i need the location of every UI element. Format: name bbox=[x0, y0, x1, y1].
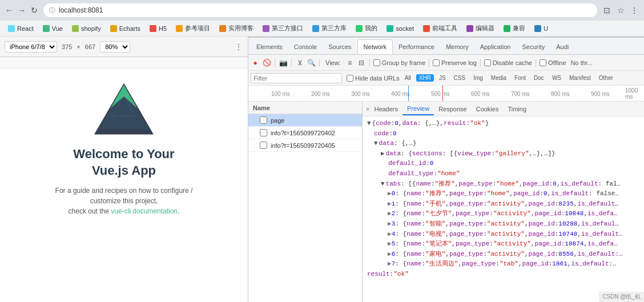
tab-security[interactable]: Security bbox=[516, 39, 550, 54]
vue-cli-link[interactable]: vue-cli documentation bbox=[111, 207, 178, 215]
bookmark-h5[interactable]: H5 bbox=[146, 24, 170, 33]
bookmark-third-lib[interactable]: 第三方库 bbox=[309, 23, 350, 34]
json-expand-tab1[interactable]: ▶ bbox=[388, 199, 392, 210]
vue-subtitle: For a guide and recipes on how to config… bbox=[55, 186, 193, 216]
filter-media[interactable]: Media bbox=[488, 74, 509, 82]
lock-icon: ⓘ bbox=[49, 6, 55, 15]
tab-elements[interactable]: Elements bbox=[251, 39, 288, 54]
refresh-button[interactable]: ↻ bbox=[30, 6, 39, 15]
bookmark-echarts[interactable]: Echarts bbox=[107, 24, 144, 33]
json-toggle-data[interactable]: ▼ bbox=[374, 139, 378, 149]
forward-button[interactable]: → bbox=[17, 6, 26, 15]
bookmark-label-blog: 实用博客 bbox=[228, 24, 253, 33]
device-more-button[interactable]: ⋮ bbox=[234, 42, 243, 51]
group-by-frame-checkbox[interactable]: Group by frame bbox=[373, 59, 425, 66]
search-button[interactable]: 🔍 bbox=[307, 58, 316, 67]
list-view-button[interactable]: ≡ bbox=[345, 58, 355, 67]
tab-console[interactable]: Console bbox=[288, 39, 323, 54]
zoom-selector[interactable]: 80% bbox=[100, 41, 130, 53]
filter-font[interactable]: Font bbox=[512, 74, 529, 82]
hide-data-urls-checkbox[interactable]: Hide data URLs bbox=[347, 75, 400, 82]
request-checkbox-page[interactable] bbox=[260, 116, 267, 124]
bookmark-u[interactable]: U bbox=[531, 24, 552, 33]
bookmark-label-u: U bbox=[544, 25, 548, 32]
camera-button[interactable]: 📷 bbox=[279, 58, 288, 67]
request-item-info2[interactable]: info?t=1565099720405 bbox=[248, 139, 362, 152]
response-tab-response[interactable]: Response bbox=[434, 103, 472, 115]
json-expand-tab5[interactable]: ▶ bbox=[388, 239, 392, 249]
address-bar[interactable]: ⓘ localhost:8081 bbox=[43, 3, 597, 17]
tab-audit[interactable]: Audi bbox=[550, 39, 574, 54]
filter-input[interactable] bbox=[251, 73, 342, 83]
bookmark-shopify[interactable]: shopify bbox=[69, 24, 104, 33]
request-checkbox-info1[interactable] bbox=[260, 129, 267, 136]
bookmark-react[interactable]: React bbox=[5, 24, 37, 33]
tick-300ms: 300 ms bbox=[351, 90, 370, 96]
response-tab-timing[interactable]: Timing bbox=[503, 103, 531, 115]
preserve-log-checkbox[interactable]: Preserve log bbox=[433, 59, 477, 66]
json-tab-5: ▶ 5 : { name : "笔记本" , page_type : "acti… bbox=[367, 239, 639, 249]
request-checkbox-info2[interactable] bbox=[260, 142, 267, 149]
json-expand-tab6[interactable]: ▶ bbox=[388, 249, 392, 260]
tick-900ms: 900 ms bbox=[591, 90, 610, 96]
filter-other[interactable]: Other bbox=[596, 74, 616, 82]
tab-memory[interactable]: Memory bbox=[440, 39, 474, 54]
response-tab-preview[interactable]: Preview bbox=[402, 103, 434, 115]
bookmark-label-echarts: Echarts bbox=[119, 25, 140, 32]
json-toggle-data-data[interactable]: ▶ bbox=[381, 149, 385, 159]
tab-sources[interactable]: Sources bbox=[323, 39, 357, 54]
ruler-area bbox=[0, 57, 248, 69]
tab-application[interactable]: Application bbox=[474, 39, 517, 54]
bookmark-label-tools: 前端工具 bbox=[432, 24, 457, 33]
filter-doc[interactable]: Doc bbox=[531, 74, 547, 82]
json-expand-tab2[interactable]: ▶ bbox=[388, 209, 392, 219]
response-tab-headers[interactable]: Headers bbox=[369, 103, 402, 115]
bookmark-button[interactable]: ☆ bbox=[615, 5, 626, 15]
filter-ws[interactable]: WS bbox=[549, 74, 564, 82]
request-item-info1[interactable]: info?t=1565099720402 bbox=[248, 127, 362, 139]
json-toggle-root[interactable]: ▼ bbox=[367, 119, 371, 129]
json-expand-tab3[interactable]: ▶ bbox=[388, 219, 392, 229]
separator-4 bbox=[369, 59, 370, 67]
json-expand-tab4[interactable]: ▶ bbox=[388, 229, 392, 240]
json-expand-tab7[interactable]: ▶ bbox=[388, 259, 392, 269]
tab-network[interactable]: Network bbox=[357, 39, 393, 54]
json-tab-3: ▶ 3 : { name : "智能" , page_type : "activ… bbox=[367, 219, 639, 229]
json-expand-tab0[interactable]: ▶ bbox=[388, 189, 392, 199]
bookmark-icon-ref bbox=[176, 25, 183, 32]
screenshot-button[interactable]: ⊡ bbox=[602, 5, 612, 15]
response-tab-cookies[interactable]: Cookies bbox=[472, 103, 504, 115]
bookmark-editor[interactable]: 编辑器 bbox=[463, 23, 498, 34]
bookmark-compat[interactable]: 兼容 bbox=[500, 23, 529, 34]
filter-manifest[interactable]: Manifest bbox=[566, 74, 594, 82]
bookmark-tools[interactable]: 前端工具 bbox=[420, 23, 461, 34]
bookmark-my[interactable]: 我的 bbox=[352, 23, 381, 34]
bookmark-vue[interactable]: Vue bbox=[39, 24, 66, 33]
bookmark-third-api[interactable]: 第三方接口 bbox=[259, 23, 307, 34]
bookmark-label-compat: 兼容 bbox=[513, 24, 525, 33]
record-button[interactable]: ● bbox=[251, 58, 260, 67]
back-button[interactable]: ← bbox=[5, 6, 14, 15]
bookmark-ref[interactable]: 参考项目 bbox=[172, 23, 214, 34]
timeline-red-marker bbox=[442, 86, 443, 101]
filter-img[interactable]: Img bbox=[470, 74, 486, 82]
device-selector[interactable]: iPhone 6/7/8 bbox=[5, 41, 57, 53]
disable-cache-checkbox[interactable]: Disable cache bbox=[484, 59, 532, 66]
filter-button[interactable]: ⊻ bbox=[295, 58, 304, 67]
vue-panel: iPhone 6/7/8 375 × 667 80% ⋮ bbox=[0, 37, 248, 302]
clear-button[interactable]: 🚫 bbox=[262, 58, 271, 67]
offline-checkbox[interactable]: Offline bbox=[540, 59, 566, 66]
bookmark-blog[interactable]: 实用博客 bbox=[216, 23, 257, 34]
filter-xhr[interactable]: XHR bbox=[416, 74, 434, 82]
filter-js[interactable]: JS bbox=[436, 74, 449, 82]
request-item-page[interactable]: page bbox=[248, 114, 362, 127]
filter-css[interactable]: CSS bbox=[451, 74, 469, 82]
json-toggle-tabs[interactable]: ▼ bbox=[381, 179, 385, 190]
filter-all[interactable]: All bbox=[402, 74, 414, 82]
devtools-panel: Elements Console Sources Network Perform… bbox=[248, 37, 644, 302]
menu-button[interactable]: ⋮ bbox=[629, 5, 639, 15]
group-view-button[interactable]: ⊟ bbox=[357, 58, 366, 67]
bookmark-label-react: React bbox=[17, 25, 34, 32]
tab-performance[interactable]: Performance bbox=[393, 39, 440, 54]
bookmark-socket[interactable]: socket bbox=[383, 24, 417, 33]
